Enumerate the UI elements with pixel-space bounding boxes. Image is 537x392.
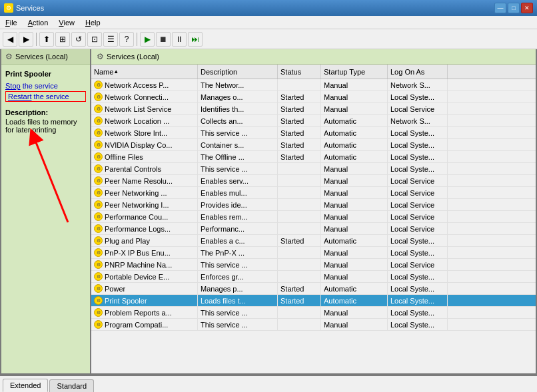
table-row[interactable]: ⚙Network Location ...Collects an...Start… xyxy=(91,115,536,127)
cell-name: ⚙Peer Name Resolu... xyxy=(91,175,198,186)
menu-action[interactable]: Action xyxy=(23,17,54,28)
cell-status xyxy=(278,211,321,222)
cell-status xyxy=(278,199,321,210)
cell-status: Started xyxy=(278,283,321,294)
table-row[interactable]: ⚙Print SpoolerLoads files t...StartedAut… xyxy=(91,295,536,307)
table-row[interactable]: ⚙Network Store Int...This service ...Sta… xyxy=(91,127,536,139)
show-hide-button[interactable]: ⊞ xyxy=(55,32,70,47)
help-icon-button[interactable]: ? xyxy=(119,32,134,47)
col-logon-label: Log On As xyxy=(390,68,424,76)
export-button[interactable]: ⊡ xyxy=(87,32,102,47)
table-row[interactable]: ⚙Portable Device E...Enforces gr...Manua… xyxy=(91,271,536,283)
col-header-startup[interactable]: Startup Type xyxy=(321,65,388,79)
menu-view[interactable]: View xyxy=(53,17,80,28)
menu-help[interactable]: Help xyxy=(80,17,106,28)
table-row[interactable]: ⚙Plug and PlayEnables a c...StartedAutom… xyxy=(91,235,536,247)
service-row-icon: ⚙ xyxy=(94,128,103,137)
cell-name: ⚙Peer Networking I... xyxy=(91,199,198,210)
cell-desc: Collects an... xyxy=(198,115,278,126)
cell-name: ⚙PnP-X IP Bus Enu... xyxy=(91,247,198,258)
cell-status xyxy=(278,259,321,270)
cell-desc: This service ... xyxy=(198,259,278,270)
service-row-icon: ⚙ xyxy=(94,176,103,185)
cell-logon: Local Syste... xyxy=(388,271,448,282)
cell-logon: Local Service xyxy=(388,175,448,186)
col-desc-label: Description xyxy=(201,68,237,76)
col-header-logon[interactable]: Log On As xyxy=(388,65,448,79)
table-row[interactable]: ⚙Offline FilesThe Offline ...StartedAuto… xyxy=(91,151,536,163)
cell-desc: Performanc... xyxy=(198,223,278,234)
table-row[interactable]: ⚙PnP-X IP Bus Enu...The PnP-X ...ManualL… xyxy=(91,247,536,259)
stop-service-link[interactable]: Stop the service xyxy=(5,82,86,90)
service-row-icon: ⚙ xyxy=(94,212,103,221)
cell-status: Started xyxy=(278,91,321,102)
service-row-icon: ⚙ xyxy=(94,320,103,329)
toolbar: ◀ ▶ ⬆ ⊞ ↺ ⊡ ☰ ? ▶ ⏹ ⏸ ⏭ xyxy=(0,29,537,49)
table-row[interactable]: ⚙Performance Logs...Performanc...ManualL… xyxy=(91,223,536,235)
window-controls[interactable]: — □ ✕ xyxy=(494,3,533,13)
properties-button[interactable]: ☰ xyxy=(103,32,118,47)
table-row[interactable]: ⚙NVIDIA Display Co...Container s...Start… xyxy=(91,139,536,151)
cell-name: ⚙Problem Reports a... xyxy=(91,307,198,318)
table-row[interactable]: ⚙Network Connecti...Manages o...StartedM… xyxy=(91,91,536,103)
cell-logon: Local Syste... xyxy=(388,163,448,174)
up-button[interactable]: ⬆ xyxy=(39,32,54,47)
restart-service-button[interactable]: ⏭ xyxy=(188,32,203,47)
sort-arrow: ▲ xyxy=(113,69,119,75)
table-row[interactable]: ⚙PNRP Machine Na...This service ...Manua… xyxy=(91,259,536,271)
status-bar: Extended Standard xyxy=(0,375,537,392)
service-row-icon: ⚙ xyxy=(94,236,103,245)
cell-name: ⚙Parental Controls xyxy=(91,163,198,174)
menu-file[interactable]: File xyxy=(0,17,23,28)
cell-status: Started xyxy=(278,151,321,162)
table-body: ⚙Network Access P...The Networ...ManualN… xyxy=(91,79,536,373)
table-row[interactable]: ⚙PowerManages p...StartedAutomaticLocal … xyxy=(91,283,536,295)
service-row-icon: ⚙ xyxy=(94,284,103,293)
col-header-status[interactable]: Status xyxy=(278,65,321,79)
col-name-label: Name xyxy=(94,68,113,76)
close-button[interactable]: ✕ xyxy=(521,3,533,13)
stop-service-button[interactable]: ⏹ xyxy=(156,32,171,47)
cell-name: ⚙Offline Files xyxy=(91,151,198,162)
col-header-name[interactable]: Name ▲ xyxy=(91,65,198,79)
cell-startup: Automatic xyxy=(321,139,388,150)
cell-logon: Local Syste... xyxy=(388,283,448,294)
svg-line-1 xyxy=(33,136,68,222)
restart-service-link[interactable]: Restart the service xyxy=(5,91,86,102)
cell-status xyxy=(278,307,321,318)
tab-standard[interactable]: Standard xyxy=(49,379,94,392)
table-row[interactable]: ⚙Parental ControlsThis service ...Manual… xyxy=(91,163,536,175)
back-button[interactable]: ◀ xyxy=(3,32,17,47)
table-row[interactable]: ⚙Peer Networking I...Provides ide...Manu… xyxy=(91,199,536,211)
start-service-button[interactable]: ▶ xyxy=(140,32,155,47)
service-row-icon: ⚙ xyxy=(94,248,103,257)
col-header-description[interactable]: Description xyxy=(198,65,278,79)
forward-button[interactable]: ▶ xyxy=(19,32,33,47)
cell-status xyxy=(278,79,321,91)
table-row[interactable]: ⚙Peer Name Resolu...Enables serv...Manua… xyxy=(91,175,536,187)
cell-startup: Manual xyxy=(321,199,388,210)
maximize-button[interactable]: □ xyxy=(508,3,520,13)
cell-status xyxy=(278,223,321,234)
cell-name: ⚙Network List Service xyxy=(91,103,198,114)
services-local-icon: ⚙ xyxy=(5,52,13,61)
table-row[interactable]: ⚙Problem Reports a...This service ...Man… xyxy=(91,307,536,319)
cell-startup: Automatic xyxy=(321,115,388,126)
description-text: Loads files to memory for later printing xyxy=(5,118,86,134)
minimize-button[interactable]: — xyxy=(494,3,506,13)
table-row[interactable]: ⚙Performance Cou...Enables rem...ManualL… xyxy=(91,211,536,223)
refresh-button[interactable]: ↺ xyxy=(71,32,86,47)
tab-extended[interactable]: Extended xyxy=(3,379,48,392)
table-row[interactable]: ⚙Program Compati...This service ...Manua… xyxy=(91,319,536,331)
pause-service-button[interactable]: ⏸ xyxy=(172,32,187,47)
restart-link-text: Restart the service xyxy=(8,93,69,100)
service-row-icon: ⚙ xyxy=(94,93,103,101)
cell-startup: Manual xyxy=(321,223,388,234)
cell-logon: Local Service xyxy=(388,103,448,114)
cell-desc: Manages p... xyxy=(198,283,278,294)
table-row[interactable]: ⚙Network Access P...The Networ...ManualN… xyxy=(91,79,536,91)
table-row[interactable]: ⚙Peer Networking ...Enables mul...Manual… xyxy=(91,187,536,199)
service-row-icon: ⚙ xyxy=(94,81,103,89)
table-row[interactable]: ⚙Network List ServiceIdentifies th...Sta… xyxy=(91,103,536,115)
cell-name: ⚙Network Connecti... xyxy=(91,91,198,102)
